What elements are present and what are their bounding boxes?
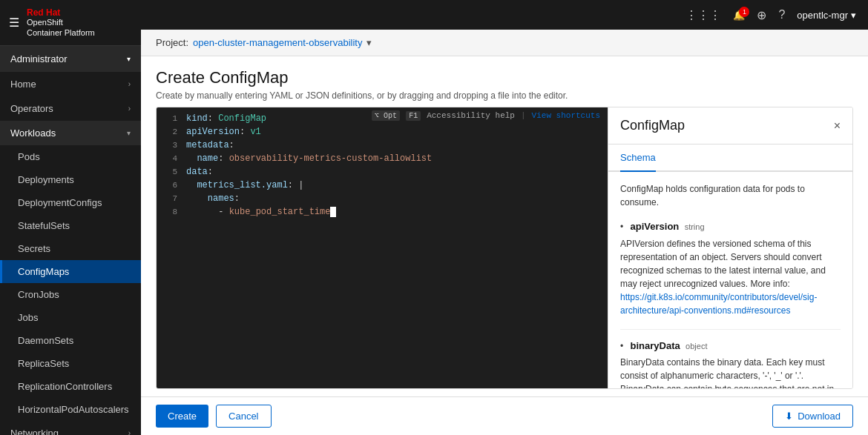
sidebar-item-secrets[interactable]: Secrets xyxy=(0,237,141,260)
action-left: Create Cancel xyxy=(156,405,272,428)
schema-item-type-apiversion: string xyxy=(685,222,705,231)
code-line-3: 3 metadata: xyxy=(157,140,608,153)
schema-item-apiversion: • apiVersion string APIVersion defines t… xyxy=(620,219,841,317)
apps-grid-icon[interactable]: ⋮⋮⋮ xyxy=(685,8,721,22)
chevron-right-icon: › xyxy=(128,80,131,88)
schema-item-desc-binarydata: BinaryData contains the binary data. Eac… xyxy=(620,356,841,388)
schema-item-binarydata: • binaryData object BinaryData contains … xyxy=(620,339,841,389)
sidebar-item-workloads[interactable]: Workloads ▾ xyxy=(0,121,141,145)
shortcut-opt: ⌥ Opt xyxy=(372,110,400,121)
sidebar-item-configmaps[interactable]: ConfigMaps xyxy=(0,260,141,283)
brand-platform: Container Platform xyxy=(27,28,95,38)
sidebar-header: ☰ Red Hat OpenShift Container Platform xyxy=(0,0,141,46)
page-body: Project: open-cluster-management-observa… xyxy=(141,30,868,435)
sidebar-item-networking[interactable]: Networking › xyxy=(0,421,141,435)
chevron-right-icon: › xyxy=(128,429,131,435)
user-menu-chevron: ▾ xyxy=(851,10,856,21)
cancel-button[interactable]: Cancel xyxy=(216,405,271,428)
project-name[interactable]: open-cluster-management-observability xyxy=(193,37,362,48)
sidebar-item-operators-label: Operators xyxy=(10,103,53,114)
action-bar: Create Cancel ⬇ Download xyxy=(141,396,868,435)
brand-red-hat: Red Hat xyxy=(27,7,95,18)
close-button[interactable]: × xyxy=(834,119,841,133)
notification-bell[interactable]: 🔔 1 xyxy=(733,10,745,21)
sidebar-item-home[interactable]: Home › xyxy=(0,72,141,96)
chevron-down-icon: ▾ xyxy=(127,129,131,137)
side-panel-content: ConfigMap holds configuration data for p… xyxy=(608,172,852,388)
shortcut-f1: F1 xyxy=(406,111,421,121)
sidebar-item-statefulsets[interactable]: StatefulSets xyxy=(0,214,141,237)
brand-logo: Red Hat OpenShift Container Platform xyxy=(27,7,95,38)
sidebar-item-daemonsets[interactable]: DaemonSets xyxy=(0,329,141,352)
page-title: Create ConfigMap xyxy=(156,68,853,87)
notification-badge: 1 xyxy=(739,7,749,17)
code-line-2: 2 apiVersion: v1 xyxy=(157,127,608,140)
hamburger-icon[interactable]: ☰ xyxy=(9,16,19,30)
sidebar-item-horizontalpodautoscalers[interactable]: HorizontalPodAutoscalers xyxy=(0,398,141,421)
code-line-6: 6 metrics_list.yaml: | xyxy=(157,180,608,193)
main-content: ⋮⋮⋮ 🔔 1 ⊕ ? opentlc-mgr ▾ Project: open-… xyxy=(141,0,868,435)
schema-item-desc-apiversion: APIVersion defines the versioned schema … xyxy=(620,237,841,317)
schema-item-name-apiversion: apiVersion xyxy=(631,221,680,232)
role-label: Administrator xyxy=(10,53,68,64)
view-shortcuts-link[interactable]: View shortcuts xyxy=(532,111,600,120)
page-header: Create ConfigMap Create by manually ente… xyxy=(141,56,868,107)
role-selector[interactable]: Administrator ▾ xyxy=(0,46,141,72)
chevron-right-icon: › xyxy=(128,104,131,113)
project-bar: Project: open-cluster-management-observa… xyxy=(141,30,868,56)
download-label: Download xyxy=(798,411,841,422)
user-name: opentlc-mgr xyxy=(797,10,848,21)
editor-toolbar: ⌥ Opt F1 Accessibility help | View short… xyxy=(372,110,600,121)
sidebar: ☰ Red Hat OpenShift Container Platform A… xyxy=(0,0,141,435)
sidebar-item-operators[interactable]: Operators › xyxy=(0,96,141,121)
project-dropdown-arrow[interactable]: ▾ xyxy=(366,37,372,48)
sidebar-item-home-label: Home xyxy=(10,79,36,90)
side-panel-tabs: Schema xyxy=(608,145,852,172)
tab-schema[interactable]: Schema xyxy=(620,145,656,172)
sidebar-item-cronjobs[interactable]: CronJobs xyxy=(0,283,141,306)
sidebar-item-deployments[interactable]: Deployments xyxy=(0,168,141,191)
schema-link-apiversion[interactable]: https://git.k8s.io/community/contributor… xyxy=(620,292,817,316)
brand-openshift: OpenShift xyxy=(27,18,95,27)
create-button[interactable]: Create xyxy=(156,405,208,428)
editor-container: ⌥ Opt F1 Accessibility help | View short… xyxy=(156,107,853,389)
user-menu[interactable]: opentlc-mgr ▾ xyxy=(797,10,856,21)
schema-divider-1 xyxy=(620,329,841,330)
side-panel-header: ConfigMap × xyxy=(608,107,852,145)
code-editor[interactable]: ⌥ Opt F1 Accessibility help | View short… xyxy=(157,107,608,388)
schema-item-name-binarydata: binaryData xyxy=(631,340,680,351)
schema-item-type-binarydata: object xyxy=(685,342,707,351)
sidebar-item-deploymentconfigs[interactable]: DeploymentConfigs xyxy=(0,191,141,214)
code-line-5: 5 data: xyxy=(157,167,608,180)
side-panel-title: ConfigMap xyxy=(620,118,685,133)
download-button[interactable]: ⬇ Download xyxy=(772,405,853,428)
code-line-4: 4 name: observability-metrics-custom-all… xyxy=(157,153,608,167)
sidebar-item-replicationcontrollers[interactable]: ReplicationControllers xyxy=(0,375,141,398)
toolbar-separator: | xyxy=(521,111,526,120)
sidebar-item-jobs[interactable]: Jobs xyxy=(0,306,141,329)
schema-intro: ConfigMap holds configuration data for p… xyxy=(620,182,841,209)
side-panel: ConfigMap × Schema ConfigMap holds confi… xyxy=(608,107,852,388)
project-label: Project: xyxy=(156,37,188,48)
accessibility-help-link[interactable]: Accessibility help xyxy=(427,111,515,120)
plus-circle-icon[interactable]: ⊕ xyxy=(757,8,766,22)
sidebar-item-pods[interactable]: Pods xyxy=(0,145,141,168)
code-line-8: 8 - kube_pod_start_time xyxy=(157,207,608,220)
page-subtitle: Create by manually entering YAML or JSON… xyxy=(156,90,853,101)
sidebar-item-workloads-label: Workloads xyxy=(10,127,56,139)
code-line-7: 7 names: xyxy=(157,193,608,207)
help-icon[interactable]: ? xyxy=(778,8,785,21)
chevron-down-icon: ▾ xyxy=(127,55,131,63)
download-icon: ⬇ xyxy=(785,411,793,422)
top-nav: ⋮⋮⋮ 🔔 1 ⊕ ? opentlc-mgr ▾ xyxy=(141,0,868,30)
sidebar-item-networking-label: Networking xyxy=(10,428,59,435)
sidebar-item-replicasets[interactable]: ReplicaSets xyxy=(0,352,141,375)
